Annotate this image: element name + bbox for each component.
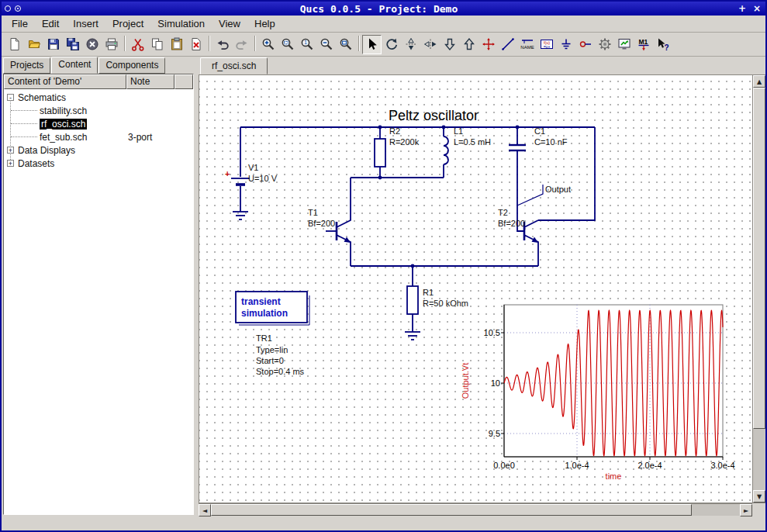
horizontal-scroll-thumb[interactable] (211, 504, 692, 516)
mirror-horizontal-button[interactable] (420, 35, 440, 54)
rotate-ccw-button[interactable] (382, 35, 401, 54)
tree-item-rf-osci-sch[interactable]: rf_osci.sch (4, 117, 193, 130)
menu-view[interactable]: View (212, 16, 247, 31)
schematic-canvas[interactable]: + V1 U=10 V R2 R=200k (199, 75, 752, 503)
open-folder-button[interactable] (24, 35, 43, 54)
redo-button[interactable] (232, 35, 251, 54)
component-v1[interactable]: + V1 U=10 V (225, 163, 278, 185)
cut-button[interactable] (128, 35, 147, 54)
component-r2[interactable]: R2 R=200k (375, 126, 420, 167)
window-restore-button[interactable]: + (737, 3, 748, 14)
menu-file[interactable]: File (5, 16, 35, 31)
zoom-fit-button[interactable] (336, 35, 355, 54)
menubar: File Edit Insert Project Simulation View… (2, 16, 765, 33)
component-r1[interactable]: R1 R=50 kOhm (407, 286, 468, 314)
save-icon (47, 37, 60, 51)
menu-edit[interactable]: Edit (35, 16, 66, 31)
vertical-scroll-thumb[interactable] (753, 88, 765, 429)
horizontal-scroll-track[interactable] (692, 504, 740, 516)
simulate-button[interactable] (595, 35, 614, 54)
scroll-right-button[interactable]: ► (740, 504, 752, 516)
save-all-button[interactable] (63, 35, 82, 54)
insert-wire-button[interactable] (498, 35, 517, 54)
svg-text:M1: M1 (638, 38, 648, 46)
component-t1[interactable]: T1 Bf=200 (308, 178, 351, 266)
zoom-in-button[interactable] (258, 35, 278, 54)
menu-help[interactable]: Help (247, 16, 282, 31)
set-marker-button[interactable]: M1 (634, 35, 653, 54)
sticky-pin-icon[interactable] (5, 5, 11, 12)
go-up-hierarchy-button[interactable] (459, 35, 479, 54)
zoom-1-1-button[interactable]: 1 (297, 35, 316, 54)
scroll-up-button[interactable]: ▲ (753, 75, 765, 88)
close-document-button[interactable] (82, 35, 102, 54)
insert-label-button[interactable]: NAME (517, 35, 537, 54)
tree-item-fet-sub-sch[interactable]: fet_sub.sch 3-port (4, 130, 193, 143)
tree-column-note[interactable]: Note (126, 74, 174, 89)
bottom-strip (199, 516, 765, 530)
tab-content[interactable]: Content (51, 57, 98, 74)
component-l1[interactable]: L1 L=0.5 mH (444, 126, 491, 164)
svg-text:1: 1 (304, 40, 307, 45)
ground-symbol-r1[interactable] (405, 332, 420, 340)
vertical-scrollbar[interactable]: ▲ ▼ (752, 75, 765, 503)
whats-this-help-button[interactable]: ? (653, 35, 672, 54)
insert-equation-button[interactable]: f(u)=u+ (537, 35, 556, 54)
move-component-button[interactable] (479, 35, 498, 54)
menu-insert[interactable]: Insert (66, 16, 105, 31)
copy-button[interactable] (147, 35, 167, 54)
insert-ground-button[interactable] (556, 35, 575, 54)
window-close-button[interactable]: × (751, 3, 762, 14)
diagram-plot[interactable]: 10.5 10 9.5 0.0e0 1.0e-4 2.0e-4 3.0e-4 O… (461, 305, 735, 481)
menu-project[interactable]: Project (105, 16, 150, 31)
expand-icon[interactable]: + (7, 147, 14, 154)
content-area: Projects Content Components Content of '… (2, 57, 765, 530)
toolbar-separator (206, 36, 212, 53)
tab-projects[interactable]: Projects (3, 57, 50, 74)
tree-item-stability-sch[interactable]: stability.sch (4, 104, 193, 117)
svg-text:C1: C1 (534, 126, 545, 136)
select-pointer-button[interactable] (362, 35, 382, 54)
paste-button[interactable] (167, 35, 186, 54)
vertical-scroll-track[interactable] (753, 429, 765, 490)
tree-item-note: 3-port (128, 132, 152, 143)
tab-components[interactable]: Components (98, 57, 165, 74)
sidebar: Projects Content Components Content of '… (2, 57, 195, 530)
redo-icon (235, 37, 249, 51)
component-t2[interactable]: T2 Bf=200 (498, 208, 538, 266)
svg-text:T2: T2 (498, 208, 508, 217)
collapse-icon[interactable]: - (7, 94, 14, 101)
delete-button[interactable] (186, 35, 206, 54)
document-tab[interactable]: rf_osci.sch (200, 57, 268, 74)
undo-button[interactable] (212, 35, 232, 54)
insert-ground-icon (559, 37, 573, 51)
node-label-output[interactable]: Output (517, 185, 571, 206)
tree-column-content[interactable]: Content of 'Demo' (4, 74, 126, 89)
new-file-button[interactable] (5, 35, 24, 54)
tree-item-data-displays[interactable]: + Data Displays (4, 143, 193, 157)
go-into-subcircuit-button[interactable] (440, 35, 459, 54)
horizontal-scrollbar[interactable]: ◄ ► (199, 503, 752, 516)
insert-port-icon (579, 37, 593, 51)
scroll-left-button[interactable]: ◄ (199, 504, 211, 516)
paste-icon (170, 37, 184, 51)
titlebar[interactable]: Qucs 0.0.5 - Project: Demo + × (2, 2, 765, 16)
mirror-vertical-button[interactable] (401, 35, 420, 54)
open-folder-icon (27, 37, 41, 51)
insert-label-icon: NAME (520, 37, 534, 51)
menu-simulation[interactable]: Simulation (150, 16, 212, 31)
window-menu-icon[interactable] (15, 5, 21, 12)
tree-item-datasets[interactable]: + Datasets (4, 157, 193, 170)
insert-port-button[interactable] (575, 35, 595, 54)
save-button[interactable] (43, 35, 63, 54)
view-data-display-button[interactable] (614, 35, 634, 54)
print-button[interactable] (102, 35, 121, 54)
zoom-out-button[interactable] (316, 35, 336, 54)
expand-icon[interactable]: + (7, 160, 14, 167)
svg-text:R=200k: R=200k (389, 137, 420, 147)
simulation-block[interactable]: transient simulation TR1 Type=lin Start=… (236, 292, 309, 376)
tree-item-schematics[interactable]: - Schematics (4, 91, 193, 104)
ground-symbol-v1[interactable] (233, 212, 248, 219)
zoom-select-button[interactable] (278, 35, 297, 54)
scroll-down-button[interactable]: ▼ (753, 490, 765, 503)
